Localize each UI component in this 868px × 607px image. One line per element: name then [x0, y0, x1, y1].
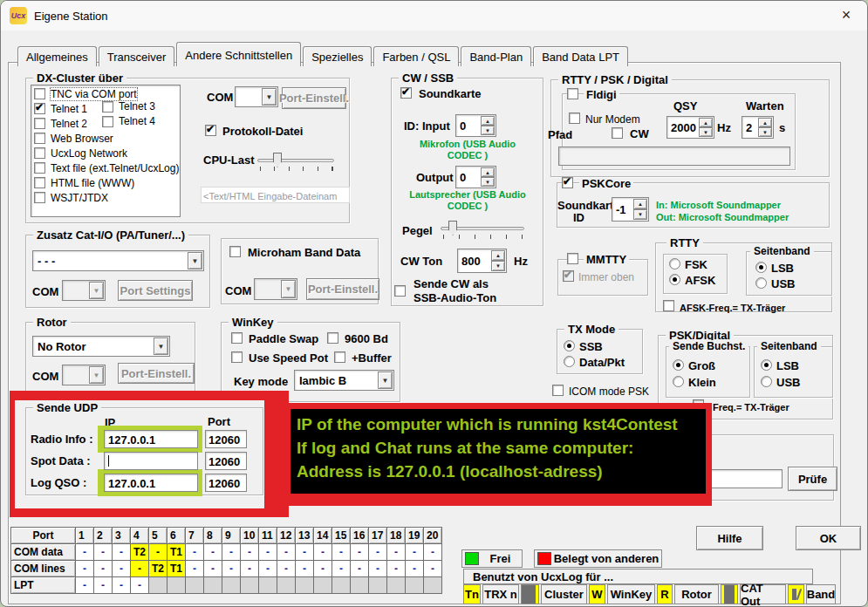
microham-checkbox[interactable]	[229, 246, 241, 257]
afsk-freq-label: AFSK-Freq.= TX-Träger	[680, 302, 785, 314]
table-cell: -	[314, 561, 332, 577]
table-cell: -	[241, 544, 259, 561]
spin-down-icon[interactable]: ▼	[758, 127, 772, 137]
radio-info-port-field[interactable]: 12060	[205, 430, 247, 448]
use-speed-pot-checkbox[interactable]	[231, 351, 243, 363]
data-pkt-radio[interactable]	[564, 356, 575, 367]
immer-oben-checkbox[interactable]	[563, 270, 574, 282]
soundkarte-checkbox[interactable]	[400, 87, 412, 99]
tab-allgemeines[interactable]: Allgemeines	[17, 46, 97, 66]
radio-info-ip-field[interactable]: 127.0.0.1	[104, 430, 198, 448]
hilfe-button[interactable]: Hilfe	[696, 526, 763, 550]
cpu-last-slider[interactable]	[257, 159, 334, 162]
nur-modem-checkbox[interactable]	[569, 113, 580, 124]
port-einstell-button-rotor[interactable]: Port-Einstell.	[118, 363, 195, 384]
lsb-radio-psk[interactable]	[761, 359, 772, 371]
port-settings-button-zusatz[interactable]: Port Settings	[118, 280, 193, 301]
klein-radio[interactable]	[673, 376, 684, 387]
spin-down-icon[interactable]: ▼	[633, 209, 647, 220]
telnet-2-checkbox[interactable]	[34, 118, 45, 129]
sende-cw-checkbox[interactable]	[394, 285, 406, 297]
log-qso-label: Log QSO :	[31, 477, 86, 489]
paddle-swap-label: Paddle Swap	[249, 333, 318, 345]
chevron-down-icon[interactable]: ▼	[89, 366, 104, 384]
buffer-checkbox[interactable]	[334, 351, 345, 363]
pruefe-button[interactable]: Prüfe	[788, 467, 837, 491]
spin-up-icon[interactable]: ▲	[633, 199, 647, 209]
zusatz-device-dropdown[interactable]: - - -▼	[32, 250, 204, 271]
com-label-dx: COM	[207, 92, 233, 104]
wsjt-jtdx-checkbox[interactable]	[34, 192, 45, 203]
tab-band-data-lpt[interactable]: Band Data LPT	[533, 46, 628, 66]
tnc-via-com-port-checkbox[interactable]	[34, 88, 45, 99]
spin-down-icon[interactable]: ▼	[481, 177, 495, 187]
spin-down-icon[interactable]: ▼	[699, 127, 713, 137]
port-einstell-button-microham[interactable]: Port-Einstell.	[306, 278, 379, 300]
spin-down-icon[interactable]: ▼	[481, 126, 495, 135]
tab-andere-schnittstellen[interactable]: Andere Schnittstellen	[176, 42, 301, 66]
tab-spezielles[interactable]: Spezielles	[303, 46, 372, 66]
cw-ton-spinner[interactable]: 800▲▼	[457, 249, 507, 273]
chevron-down-icon[interactable]: ▼	[154, 338, 168, 355]
key-mode-dropdown[interactable]: Iambic B▼	[294, 370, 394, 391]
spin-down-icon[interactable]: ▼	[491, 261, 505, 271]
log-qso-ip-field[interactable]: 127.0.0.1	[104, 474, 198, 492]
annotation-line: IP of the computer which is running kst4…	[297, 413, 706, 436]
ssb-radio[interactable]	[564, 340, 575, 351]
gross-radio[interactable]	[673, 359, 684, 371]
protokoll-datei-checkbox[interactable]	[205, 125, 216, 136]
com-dropdown-zusatz[interactable]: ▼	[62, 280, 106, 301]
spin-up-icon[interactable]: ▲	[481, 116, 495, 126]
qsy-spinner[interactable]: 2000▲▼	[666, 116, 714, 139]
mmtty-checkbox[interactable]	[567, 253, 578, 264]
chevron-down-icon[interactable]: ▼	[89, 282, 104, 299]
telnet-3-checkbox[interactable]	[102, 101, 113, 113]
com-dropdown-rotor[interactable]: ▼	[62, 365, 106, 385]
spot-data-port-field[interactable]: 12060	[205, 452, 247, 470]
tab-transceiver[interactable]: Transceiver	[99, 46, 174, 66]
telnet-1-checkbox[interactable]	[34, 103, 45, 114]
chevron-down-icon[interactable]: ▼	[188, 252, 202, 269]
input-id-spinner[interactable]: 0▲▼	[455, 114, 496, 137]
lsb-radio-rtty[interactable]	[755, 262, 767, 273]
afsk-freq-checkbox[interactable]	[663, 300, 674, 311]
lsb-label-rtty: LSB	[771, 263, 794, 275]
fldigi-checkbox[interactable]	[567, 88, 578, 99]
html-file-www-checkbox[interactable]	[34, 177, 45, 188]
rotor-dropdown[interactable]: No Rotor▼	[32, 336, 170, 357]
afsk-radio[interactable]	[669, 274, 680, 285]
pfad-field[interactable]	[558, 147, 790, 166]
tab-farben-qsl[interactable]: Farben / QSL	[373, 46, 459, 66]
pskcore-checkbox[interactable]	[562, 177, 573, 188]
cw-checkbox-fldigi[interactable]	[612, 127, 623, 139]
spin-up-icon[interactable]: ▲	[699, 118, 713, 127]
com-dropdown-dx[interactable]: ▼	[235, 86, 278, 107]
chevron-down-icon[interactable]: ▼	[378, 372, 393, 389]
web-browser-checkbox[interactable]	[34, 133, 45, 144]
ok-button[interactable]: OK	[796, 526, 861, 550]
spin-up-icon[interactable]: ▲	[481, 167, 495, 177]
log-qso-port-field[interactable]: 12060	[205, 474, 247, 492]
ucxlog-network-checkbox[interactable]	[34, 147, 45, 159]
pskcore-id-spinner[interactable]: -1▲▼	[612, 197, 649, 222]
chevron-down-icon[interactable]: ▼	[262, 88, 277, 106]
fsk-radio[interactable]	[669, 258, 680, 269]
output-id-spinner[interactable]: 0▲▼	[455, 166, 496, 188]
paddle-swap-checkbox[interactable]	[231, 332, 243, 344]
com-dropdown-microham[interactable]: ▼	[254, 278, 297, 300]
port-einstell-button-dx[interactable]: Port-Einstell.	[282, 87, 346, 109]
9600bd-checkbox[interactable]	[327, 332, 338, 344]
usb-radio-psk[interactable]	[761, 376, 772, 387]
icom-mode-psk-checkbox[interactable]	[552, 385, 564, 396]
spot-data-ip-field[interactable]	[104, 452, 198, 470]
telnet-4-checkbox[interactable]	[102, 116, 113, 127]
chevron-down-icon[interactable]: ▼	[281, 280, 296, 298]
spin-up-icon[interactable]: ▲	[491, 250, 505, 261]
close-icon[interactable]: ×	[830, 3, 862, 27]
spin-up-icon[interactable]: ▲	[758, 118, 772, 127]
text-file-ext-telnet-ucxlog-checkbox[interactable]	[34, 162, 45, 174]
usb-radio-rtty[interactable]	[755, 277, 767, 289]
text-html-input-file-field[interactable]: <Text/HTML Eingabe-Dateinam	[201, 187, 350, 203]
warten-spinner[interactable]: 2▲▼	[742, 116, 774, 139]
tab-band-plan[interactable]: Band-Plan	[461, 46, 531, 66]
